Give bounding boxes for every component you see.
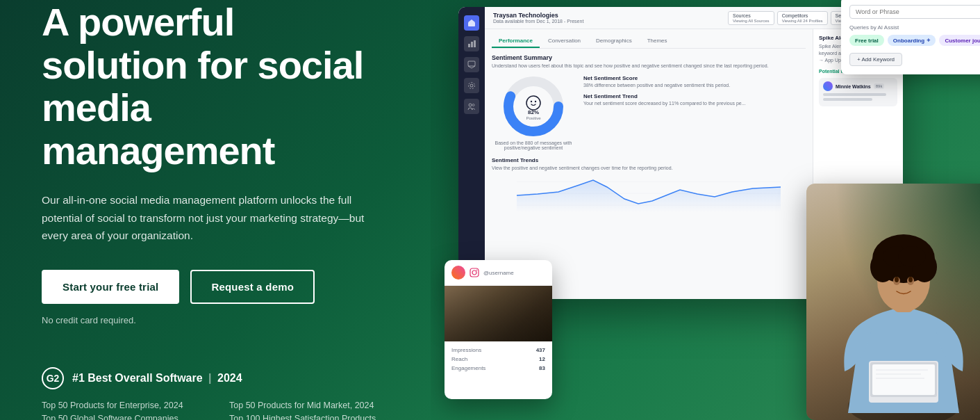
sentiment-summary-section: Sentiment Summary Understand how users f… — [492, 54, 806, 216]
dashboard-main-panel: Performance Conversation Demographics Th… — [485, 29, 813, 299]
sidebar-home-icon — [464, 15, 479, 31]
svg-rect-4 — [468, 44, 470, 47]
add-keyword-button[interactable]: + Add Keyword — [849, 53, 902, 66]
msg-line-2 — [823, 98, 872, 101]
trend-line-chart — [492, 175, 806, 213]
g2-badge-row: G2 #1 Best Overall Software | 2024 — [42, 367, 389, 389]
message-bubble: Minnie Watkins 89k — [819, 78, 897, 106]
trend-title: Sentiment Trends — [492, 157, 806, 163]
social-stats: Impressions 437 Reach 12 Engagements 83 — [445, 341, 552, 380]
social-avatar — [451, 266, 465, 280]
social-card-header: @username — [445, 260, 552, 286]
request-demo-button[interactable]: Request a demo — [190, 270, 315, 304]
sidebar-people-icon — [464, 99, 479, 114]
awards-section: G2 #1 Best Overall Software | 2024 Top 5… — [42, 367, 389, 420]
svg-text:Positive: Positive — [526, 116, 541, 120]
hero-left-panel: A powerful solution for social media man… — [0, 0, 431, 420]
svg-point-9 — [469, 83, 475, 89]
ai-assist-popup: Queries by AI Assist Free trial Onboardi… — [841, 0, 980, 74]
net-sentiment-trend: Net Sentiment Trend Your net sentiment s… — [583, 93, 806, 106]
social-stat-reach: Reach 12 — [451, 356, 545, 362]
sidebar-chart-icon — [464, 36, 479, 51]
score-val: 38% difference between positive and nega… — [583, 83, 806, 88]
sentiment-stats: Net Sentiment Score 38% difference betwe… — [583, 75, 806, 111]
msg-badge: 89k — [874, 83, 885, 89]
instagram-icon — [470, 268, 479, 277]
social-stat-engagements: Engagements 83 — [451, 365, 545, 371]
award-item-2: Top 50 Global Software Companies, 2024 — [42, 414, 201, 420]
award-item-4: Top 100 Highest Satisfaction Products, 2… — [229, 414, 389, 420]
net-sentiment-score: Net Sentiment Score 38% difference betwe… — [583, 75, 806, 88]
ai-word-phrase-input[interactable] — [849, 5, 980, 19]
award-list: Top 50 Products for Enterprise, 2024 Top… — [42, 401, 389, 420]
trend-sub: View the positive and negative sentiment… — [492, 165, 806, 170]
sidebar-settings-icon — [464, 78, 479, 93]
svg-rect-6 — [474, 40, 476, 47]
sentiment-donut-chart: 82% Positive — [502, 75, 565, 138]
tab-themes[interactable]: Themes — [640, 35, 674, 48]
svg-point-14 — [526, 96, 540, 110]
svg-rect-7 — [468, 61, 475, 66]
brand-sub: Data available from Dec 1, 2018 - Presen… — [493, 19, 583, 24]
hero-description: Our all-in-one social media management p… — [42, 191, 389, 245]
person-background — [806, 184, 980, 420]
svg-point-34 — [898, 246, 926, 267]
cta-buttons: Start your free trial Request a demo — [42, 270, 389, 304]
ai-tag-free-trial[interactable]: Free trial — [849, 35, 884, 46]
svg-point-25 — [472, 270, 476, 275]
ai-input-row — [849, 5, 980, 19]
svg-marker-3 — [468, 19, 475, 22]
person-photo — [806, 184, 980, 420]
sentiment-body: 82% Positive Based on the 880 of message… — [492, 75, 806, 150]
trend-section: Sentiment Trends View the positive and n… — [492, 157, 806, 216]
svg-point-37 — [895, 277, 899, 282]
trend-val: Your net sentiment score decreased by 11… — [583, 101, 806, 106]
tab-demographics[interactable]: Demographics — [589, 35, 639, 48]
score-label: Net Sentiment Score — [583, 75, 806, 81]
dashboard-header: Traysan Technologies Data available from… — [485, 7, 903, 29]
svg-point-15 — [531, 101, 532, 102]
award-title: #1 Best Overall Software | 2024 — [72, 372, 242, 385]
ai-tag-customer-journey[interactable]: Customer journey + — [939, 35, 980, 46]
svg-rect-2 — [468, 22, 475, 26]
dashboard-tabs: Performance Conversation Demographics Th… — [492, 35, 806, 49]
ai-tag-onboarding[interactable]: Onboarding + — [888, 35, 936, 46]
start-trial-button[interactable]: Start your free trial — [42, 270, 179, 304]
svg-point-10 — [469, 104, 472, 106]
social-image — [445, 286, 552, 341]
svg-point-38 — [908, 277, 913, 282]
sidebar-message-icon — [464, 57, 479, 72]
msg-line-1 — [823, 93, 886, 96]
person-silhouette — [806, 184, 980, 420]
social-handle: @username — [483, 270, 514, 276]
svg-point-26 — [476, 270, 478, 271]
award-item-1: Top 50 Products for Enterprise, 2024 — [42, 401, 201, 410]
social-stat-impressions: Impressions 437 — [451, 347, 545, 353]
donut-label: Based on the 880 of messages with positi… — [492, 140, 575, 150]
trend-label: Net Sentiment Trend — [583, 93, 806, 99]
sentiment-title: Sentiment Summary — [492, 54, 806, 61]
svg-rect-24 — [470, 268, 479, 277]
hero-headline: A powerful solution for social media man… — [42, 1, 389, 172]
svg-point-11 — [472, 104, 474, 106]
svg-text:82%: 82% — [528, 109, 539, 115]
ai-tags: Free trial Onboarding + Customer journey… — [849, 35, 980, 46]
no-credit-card-text: No credit card required. — [42, 315, 389, 325]
msg-header: Minnie Watkins 89k — [823, 81, 893, 91]
g2-logo-icon: G2 — [42, 367, 64, 389]
hero-right-panel: Traysan Technologies Data available from… — [431, 0, 980, 420]
ai-queries-label: Queries by AI Assist — [849, 24, 980, 31]
svg-point-8 — [470, 84, 473, 87]
sentiment-donut-wrap: 82% Positive Based on the 880 of message… — [492, 75, 575, 150]
ai-popup-header — [849, 5, 980, 19]
dashboard-sidebar — [458, 7, 485, 299]
award-item-3: Top 50 Products for Mid Market, 2024 — [229, 401, 389, 410]
tab-conversation[interactable]: Conversation — [541, 35, 588, 48]
msg-name: Minnie Watkins — [836, 84, 871, 89]
social-image-overlay — [445, 286, 552, 341]
svg-rect-5 — [471, 42, 473, 47]
brand-name: Traysan Technologies — [493, 12, 583, 19]
social-card: @username Impressions 437 Reach 12 Engag… — [445, 260, 552, 399]
svg-point-16 — [535, 101, 536, 102]
tab-performance[interactable]: Performance — [492, 35, 540, 48]
